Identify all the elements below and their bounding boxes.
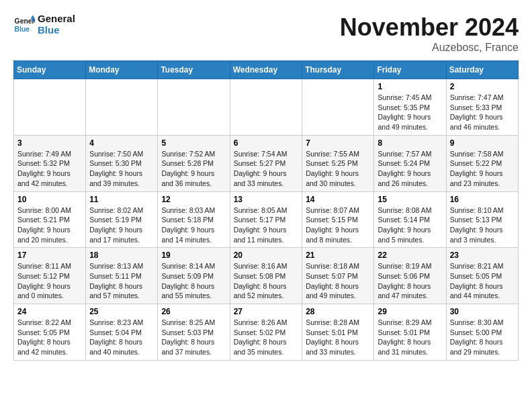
calendar-cell: 30Sunrise: 8:30 AM Sunset: 5:00 PM Dayli… [446,304,518,361]
day-info: Sunrise: 7:45 AM Sunset: 5:35 PM Dayligh… [378,93,442,132]
calendar-header-row: SundayMondayTuesdayWednesdayThursdayFrid… [14,61,519,79]
day-info: Sunrise: 8:05 AM Sunset: 5:17 PM Dayligh… [234,205,299,245]
logo: General Blue General Blue [13,13,75,36]
calendar-cell: 24Sunrise: 8:22 AM Sunset: 5:05 PM Dayli… [14,304,86,361]
day-number: 23 [450,250,515,260]
day-number: 20 [234,250,299,260]
day-number: 14 [306,195,370,204]
day-info: Sunrise: 8:07 AM Sunset: 5:15 PM Dayligh… [306,205,370,245]
location: Auzebosc, France [340,42,519,54]
day-info: Sunrise: 8:28 AM Sunset: 5:01 PM Dayligh… [306,318,370,357]
calendar-cell: 23Sunrise: 8:21 AM Sunset: 5:05 PM Dayli… [446,248,518,304]
svg-marker-2 [31,15,35,18]
day-info: Sunrise: 8:08 AM Sunset: 5:14 PM Dayligh… [378,205,442,245]
day-info: Sunrise: 8:14 AM Sunset: 5:09 PM Dayligh… [161,261,226,301]
day-info: Sunrise: 8:11 AM Sunset: 5:12 PM Dayligh… [17,261,82,301]
calendar-week-row: 10Sunrise: 8:00 AM Sunset: 5:21 PM Dayli… [14,191,519,248]
day-number: 28 [306,307,370,316]
calendar-cell: 16Sunrise: 8:10 AM Sunset: 5:13 PM Dayli… [446,191,518,248]
day-number: 15 [378,195,442,204]
day-info: Sunrise: 8:25 AM Sunset: 5:03 PM Dayligh… [161,318,226,357]
day-info: Sunrise: 8:22 AM Sunset: 5:05 PM Dayligh… [17,318,82,357]
day-info: Sunrise: 7:55 AM Sunset: 5:25 PM Dayligh… [306,149,370,189]
day-number: 4 [89,138,154,148]
day-info: Sunrise: 7:49 AM Sunset: 5:32 PM Dayligh… [17,149,82,189]
logo-icon: General Blue [13,14,35,36]
day-number: 7 [306,138,370,148]
calendar-cell: 4Sunrise: 7:50 AM Sunset: 5:30 PM Daylig… [86,135,158,191]
calendar-cell [158,79,230,136]
calendar-cell: 7Sunrise: 7:55 AM Sunset: 5:25 PM Daylig… [302,135,374,191]
day-number: 1 [378,82,442,91]
calendar-cell: 18Sunrise: 8:13 AM Sunset: 5:11 PM Dayli… [86,248,158,304]
day-number: 11 [89,195,154,204]
calendar-cell: 3Sunrise: 7:49 AM Sunset: 5:32 PM Daylig… [14,135,86,191]
day-info: Sunrise: 7:54 AM Sunset: 5:27 PM Dayligh… [234,149,299,189]
day-number: 3 [17,138,82,148]
calendar-cell: 29Sunrise: 8:29 AM Sunset: 5:01 PM Dayli… [374,304,446,361]
calendar-cell: 12Sunrise: 8:03 AM Sunset: 5:18 PM Dayli… [158,191,230,248]
calendar-cell: 9Sunrise: 7:58 AM Sunset: 5:22 PM Daylig… [446,135,518,191]
calendar-table: SundayMondayTuesdayWednesdayThursdayFrid… [13,60,519,361]
day-info: Sunrise: 8:03 AM Sunset: 5:18 PM Dayligh… [161,205,226,245]
calendar-cell: 2Sunrise: 7:47 AM Sunset: 5:33 PM Daylig… [446,79,518,136]
weekday-header: Wednesday [230,61,302,79]
calendar-cell [302,79,374,136]
day-number: 19 [161,250,226,260]
day-info: Sunrise: 8:00 AM Sunset: 5:21 PM Dayligh… [17,205,82,245]
logo-blue: Blue [38,25,75,36]
day-number: 13 [234,195,299,204]
calendar-week-row: 17Sunrise: 8:11 AM Sunset: 5:12 PM Dayli… [14,248,519,304]
title-area: November 2024 Auzebosc, France [340,13,519,54]
day-info: Sunrise: 8:26 AM Sunset: 5:02 PM Dayligh… [234,318,299,357]
calendar-cell: 13Sunrise: 8:05 AM Sunset: 5:17 PM Dayli… [230,191,302,248]
calendar-cell: 26Sunrise: 8:25 AM Sunset: 5:03 PM Dayli… [158,304,230,361]
calendar-cell: 21Sunrise: 8:18 AM Sunset: 5:07 PM Dayli… [302,248,374,304]
day-number: 9 [450,138,515,148]
calendar-cell: 6Sunrise: 7:54 AM Sunset: 5:27 PM Daylig… [230,135,302,191]
day-info: Sunrise: 8:18 AM Sunset: 5:07 PM Dayligh… [306,261,370,301]
day-number: 8 [378,138,442,148]
calendar-week-row: 24Sunrise: 8:22 AM Sunset: 5:05 PM Dayli… [14,304,519,361]
weekday-header: Friday [374,61,446,79]
weekday-header: Monday [86,61,158,79]
logo-general: General [38,13,75,25]
day-number: 29 [378,307,442,316]
day-number: 12 [161,195,226,204]
day-info: Sunrise: 7:47 AM Sunset: 5:33 PM Dayligh… [450,93,515,132]
day-number: 21 [306,250,370,260]
day-info: Sunrise: 8:29 AM Sunset: 5:01 PM Dayligh… [378,318,442,357]
day-number: 5 [161,138,226,148]
day-number: 10 [17,195,82,204]
calendar-cell: 14Sunrise: 8:07 AM Sunset: 5:15 PM Dayli… [302,191,374,248]
svg-text:Blue: Blue [15,25,30,32]
day-number: 30 [450,307,515,316]
day-info: Sunrise: 8:19 AM Sunset: 5:06 PM Dayligh… [378,261,442,301]
calendar-cell: 22Sunrise: 8:19 AM Sunset: 5:06 PM Dayli… [374,248,446,304]
calendar-cell: 25Sunrise: 8:23 AM Sunset: 5:04 PM Dayli… [86,304,158,361]
calendar-cell: 17Sunrise: 8:11 AM Sunset: 5:12 PM Dayli… [14,248,86,304]
weekday-header: Tuesday [158,61,230,79]
day-number: 2 [450,82,515,91]
day-info: Sunrise: 8:13 AM Sunset: 5:11 PM Dayligh… [89,261,154,301]
day-info: Sunrise: 8:02 AM Sunset: 5:19 PM Dayligh… [89,205,154,245]
calendar-cell: 5Sunrise: 7:52 AM Sunset: 5:28 PM Daylig… [158,135,230,191]
calendar-cell: 28Sunrise: 8:28 AM Sunset: 5:01 PM Dayli… [302,304,374,361]
weekday-header: Thursday [302,61,374,79]
day-number: 22 [378,250,442,260]
calendar-cell: 20Sunrise: 8:16 AM Sunset: 5:08 PM Dayli… [230,248,302,304]
calendar-cell: 8Sunrise: 7:57 AM Sunset: 5:24 PM Daylig… [374,135,446,191]
day-info: Sunrise: 8:21 AM Sunset: 5:05 PM Dayligh… [450,261,515,301]
calendar-cell: 27Sunrise: 8:26 AM Sunset: 5:02 PM Dayli… [230,304,302,361]
day-info: Sunrise: 8:16 AM Sunset: 5:08 PM Dayligh… [234,261,299,301]
day-number: 17 [17,250,82,260]
calendar-cell: 15Sunrise: 8:08 AM Sunset: 5:14 PM Dayli… [374,191,446,248]
calendar-cell [86,79,158,136]
day-info: Sunrise: 8:10 AM Sunset: 5:13 PM Dayligh… [450,205,515,245]
day-number: 6 [234,138,299,148]
day-info: Sunrise: 7:52 AM Sunset: 5:28 PM Dayligh… [161,149,226,189]
calendar-cell [14,79,86,136]
calendar-week-row: 1Sunrise: 7:45 AM Sunset: 5:35 PM Daylig… [14,79,519,136]
calendar-week-row: 3Sunrise: 7:49 AM Sunset: 5:32 PM Daylig… [14,135,519,191]
weekday-header: Saturday [446,61,518,79]
